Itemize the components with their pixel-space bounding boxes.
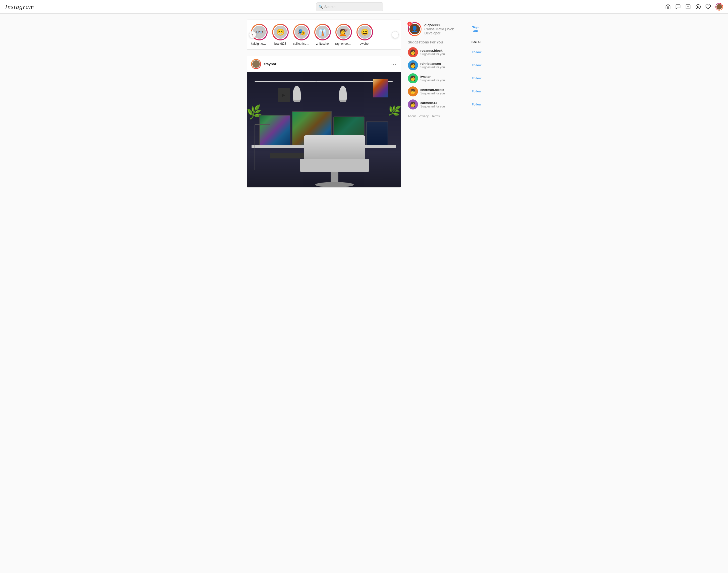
suggestion-avatar[interactable]: 👩: [408, 73, 418, 83]
suggestion-item: 👩 lwalter Suggested for you Follow: [408, 73, 482, 83]
story-avatar-ring: 🎭: [293, 24, 310, 41]
poster-art: [373, 79, 388, 97]
sidebar: 👤 5 gigo6000 Carlos Mafia | Web Develope…: [408, 19, 482, 194]
stories-scroll: 👓 kaleigh.oke... 😁 brandt28 🎭 callie.nic…: [247, 24, 401, 45]
see-all-button[interactable]: See All: [471, 41, 482, 44]
search-bar: 🔍: [316, 2, 383, 11]
sidebar-fullname: Carlos Mafia | Web Developer: [425, 27, 469, 35]
leaf-right: 🌿: [387, 105, 400, 117]
svg-marker-4: [697, 6, 699, 8]
profile-avatar-nav[interactable]: [716, 3, 723, 10]
suggestion-avatar-emoji: 👩: [410, 62, 416, 68]
story-username: eweber: [360, 42, 370, 45]
story-item[interactable]: 👔 znitzsche: [314, 24, 331, 45]
story-avatar-ring: 💇: [335, 24, 352, 41]
chair-base: [315, 182, 354, 187]
suggestion-avatar[interactable]: 👩: [408, 60, 418, 70]
follow-button[interactable]: Follow: [472, 50, 482, 54]
suggestion-name[interactable]: rchristiansen: [421, 62, 445, 65]
chair-seat: [300, 159, 369, 172]
suggestion-name[interactable]: sherman.hickle: [421, 88, 445, 92]
story-item[interactable]: 😄 eweber: [356, 24, 373, 45]
suggestion-avatar[interactable]: 👨: [408, 86, 418, 96]
suggestion-sub: Suggested for you: [421, 79, 445, 82]
story-avatar-emoji: 💇: [340, 29, 348, 36]
suggestion-item: 👨 sherman.hickle Suggested for you Follo…: [408, 86, 482, 96]
post-avatar[interactable]: [251, 59, 261, 69]
story-avatar-emoji: 👓: [255, 29, 263, 36]
footer-link[interactable]: Terms: [432, 114, 440, 118]
story-username: raynor.derrick: [335, 42, 352, 45]
suggestion-avatar[interactable]: 👩: [408, 47, 418, 57]
post-username[interactable]: sraynor: [264, 62, 276, 66]
post-user: sraynor: [251, 59, 276, 69]
story-item[interactable]: 🎭 callie.nicolas: [293, 24, 310, 45]
home-icon[interactable]: [665, 4, 671, 9]
sidebar-profile-left: 👤 5 gigo6000 Carlos Mafia | Web Develope…: [408, 22, 469, 36]
story-username: znitzsche: [316, 42, 329, 45]
story-item[interactable]: 💇 raynor.derrick: [335, 24, 352, 45]
suggestion-sub: Suggested for you: [421, 65, 445, 69]
story-avatar-inner: 💇: [336, 25, 351, 40]
shelf-item-poster: ▶: [278, 88, 290, 102]
story-avatar-inner: 😄: [357, 25, 372, 40]
suggestion-left: 👩 rchristiansen Suggested for you: [408, 60, 445, 70]
message-icon[interactable]: [675, 4, 681, 9]
suggestion-info: carmella13 Suggested for you: [421, 101, 445, 108]
footer-link[interactable]: Privacy: [419, 114, 429, 118]
sidebar-avatar[interactable]: 👤 5: [408, 22, 422, 36]
story-item[interactable]: 😁 brandt28: [272, 24, 289, 45]
sidebar-username[interactable]: gigo6000: [425, 23, 469, 27]
chair-pole: [331, 172, 338, 182]
footer-link[interactable]: About: [408, 114, 416, 118]
follow-button[interactable]: Follow: [472, 90, 482, 93]
follow-button[interactable]: Follow: [472, 76, 482, 80]
sidebar-profile: 👤 5 gigo6000 Carlos Mafia | Web Develope…: [408, 22, 482, 36]
story-avatar-emoji: 😁: [276, 29, 284, 36]
heart-icon[interactable]: [706, 4, 711, 9]
suggestion-sub: Suggested for you: [421, 92, 445, 95]
profile-avatar-inner: [716, 3, 723, 10]
story-avatar-inner: 🎭: [294, 25, 309, 40]
post-more-button[interactable]: ···: [391, 61, 396, 67]
chair: [296, 135, 373, 187]
suggestion-avatar[interactable]: 👩: [408, 99, 418, 109]
suggestion-name[interactable]: carmella13: [421, 101, 445, 105]
suggestion-item: 👩 rosanna.block Suggested for you Follow: [408, 47, 482, 57]
story-avatar-ring: 👔: [314, 24, 331, 41]
suggestion-name[interactable]: rosanna.block: [421, 49, 445, 52]
sidebar-footer: AboutPrivacyTerms: [408, 114, 482, 118]
search-input[interactable]: [316, 2, 383, 11]
search-icon: 🔍: [319, 5, 323, 9]
suggestions-list: 👩 rosanna.block Suggested for you Follow…: [408, 47, 482, 109]
story-avatar-ring: 😁: [272, 24, 289, 41]
suggestion-avatar-emoji: 👩: [410, 101, 416, 107]
story-avatar-emoji: 👔: [319, 29, 327, 36]
suggestions-header: Suggestions For You See All: [408, 40, 482, 44]
headphones-left: [293, 86, 301, 102]
explore-icon[interactable]: [695, 4, 701, 9]
story-username: callie.nicolas: [293, 42, 310, 45]
feed-column: ‹ 👓 kaleigh.oke... 😁 brandt28 🎭 callie.n…: [247, 19, 401, 194]
story-avatar-inner: 👔: [315, 25, 330, 40]
suggestion-info: lwalter Suggested for you: [421, 75, 445, 82]
suggestion-name[interactable]: lwalter: [421, 75, 445, 79]
mic-arm: [255, 124, 270, 170]
sign-out-button[interactable]: Sign Out: [469, 25, 481, 33]
follow-button[interactable]: Follow: [472, 103, 482, 106]
stories-next-button[interactable]: ›: [392, 31, 399, 38]
suggestion-avatar-emoji: 👨: [410, 88, 416, 94]
suggestion-avatar-emoji: 👩: [410, 49, 416, 55]
story-avatar-ring: 😄: [356, 24, 373, 41]
gaming-setup-illustration: 🌿 🌿 ▶: [247, 72, 401, 187]
headphones-right: [339, 86, 347, 102]
story-avatar-emoji: 🎭: [297, 29, 305, 36]
logo[interactable]: Instagram: [5, 3, 34, 11]
follow-button[interactable]: Follow: [472, 63, 482, 67]
add-post-icon[interactable]: [685, 4, 691, 9]
stories-prev-button[interactable]: ‹: [249, 31, 256, 38]
suggestion-left: 👩 rosanna.block Suggested for you: [408, 47, 445, 57]
header: Instagram 🔍: [0, 0, 728, 13]
suggestion-item: 👩 carmella13 Suggested for you Follow: [408, 99, 482, 109]
suggestion-avatar-emoji: 👩: [410, 75, 416, 82]
